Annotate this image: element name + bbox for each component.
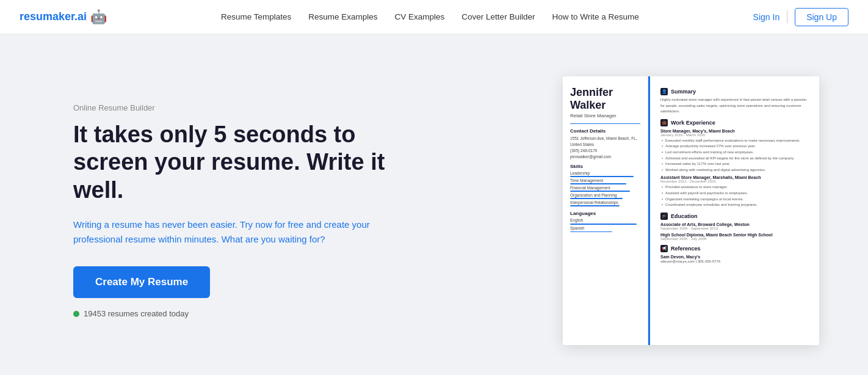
edu-degree: High School Diploma, Miami Beach Senior … [660, 233, 812, 237]
skill-bar [570, 191, 630, 192]
resume-name: JenniferWalker [570, 86, 640, 111]
skill-label: Leadership [570, 171, 640, 175]
resume-reference-item: Sam Devon, Macy's sdevon@macys.com | 305… [660, 255, 812, 265]
resume-language-item: Spanish [570, 226, 640, 233]
resume-accent-bar [648, 76, 650, 345]
resumes-count-text: 19453 resumes created today [84, 309, 189, 318]
job-dates: January 2016 - March 2020 [660, 133, 812, 137]
summary-title: Summary [671, 89, 696, 95]
language-label: English [570, 218, 640, 222]
resume-role: Retail Store Manager [570, 113, 640, 118]
job-dates: November 2013 - December 2020 [660, 180, 812, 183]
resume-jobs: Store Manager, Macy's, Miami Beach Janua… [660, 129, 812, 208]
resume-right-col: 👤 Summary Highly motivated store manager… [648, 76, 819, 345]
resume-languages: English Spanish [570, 218, 640, 232]
resume-education-item: High School Diploma, Miami Beach Senior … [660, 233, 812, 241]
work-icon: 💼 [660, 119, 668, 126]
nav-cover-letter-builder[interactable]: Cover Letter Builder [461, 12, 535, 21]
sign-in-link[interactable]: Sign In [753, 12, 780, 22]
resume-contact-label: Contact Details [570, 128, 640, 134]
language-label: Spanish [570, 226, 640, 230]
navbar-actions: Sign In Sign Up [753, 8, 848, 26]
ref-name: Sam Devon, Macy's [660, 255, 812, 259]
skill-bar [570, 198, 623, 199]
education-title: Education [671, 213, 698, 219]
resume-summary-text: Highly motivated store manager with expe… [660, 97, 812, 115]
resume-references: Sam Devon, Macy's sdevon@macys.com | 305… [660, 255, 812, 265]
references-title: References [671, 246, 701, 252]
language-bar [570, 224, 637, 225]
resume-skills: Leadership Time Management Financial Man… [570, 171, 640, 206]
hero-subtitle: Online Resume Builder [73, 103, 391, 112]
resume-phone: (305) 248-0170 [570, 148, 640, 154]
logo-text: resumaker.ai [20, 10, 87, 23]
resume-left-col: JenniferWalker Retail Store Manager Cont… [563, 76, 648, 345]
hero-title: It takes only 5 seconds to screen your r… [73, 121, 391, 205]
language-bar [570, 231, 612, 233]
create-resume-button[interactable]: Create My Resume [73, 266, 210, 298]
resume-divider-1 [570, 123, 640, 124]
resume-languages-label: Languages [570, 211, 640, 216]
resume-skill-item: Time Management [570, 178, 640, 184]
resume-education-item: Associate of Arts, Broward College, West… [660, 222, 812, 230]
skill-label: Financial Management [570, 186, 640, 190]
skill-bar [570, 205, 620, 206]
edu-degree: Associate of Arts, Broward College, West… [660, 222, 812, 227]
hero-content: Online Resume Builder It takes only 5 se… [73, 103, 391, 319]
edu-dates: September 2005 - July 2009 [660, 237, 812, 241]
resume-education-header: 🎓 Education [660, 213, 812, 220]
ref-contact: sdevon@macys.com | 305-259-5776 [660, 259, 812, 265]
resume-skill-item: Financial Management [570, 186, 640, 192]
resume-skill-item: Interpersonal Relationships [570, 200, 640, 206]
resume-skills-label: Skills [570, 164, 640, 169]
logo-icon: 🤖 [90, 9, 107, 25]
job-title: Store Manager, Macy's, Miami Beach [660, 129, 812, 133]
job-bullet: Provided assistance to store manager. [660, 184, 812, 191]
nav-resume-templates[interactable]: Resume Templates [221, 12, 291, 21]
summary-icon: 👤 [660, 88, 668, 95]
nav-cv-examples[interactable]: CV Examples [395, 12, 445, 21]
job-bullet: Worked along with marketing and digital … [660, 167, 812, 173]
skill-label: Interpersonal Relationships [570, 200, 640, 205]
job-bullet: Organized marketing campaigns at local e… [660, 197, 812, 203]
resume-references-header: 📢 References [660, 245, 812, 252]
resume-summary-header: 👤 Summary [660, 88, 812, 95]
references-icon: 📢 [660, 245, 668, 252]
navbar: resumaker.ai 🤖 Resume Templates Resume E… [0, 0, 868, 34]
resume-card: JenniferWalker Retail Store Manager Cont… [563, 76, 819, 345]
nav-how-to-write[interactable]: How to Write a Resume [552, 12, 638, 21]
job-title: Assistant Store Manager, Marshalls, Miam… [660, 175, 812, 180]
work-title: Work Experience [671, 120, 715, 126]
resume-education: Associate of Arts, Broward College, West… [660, 222, 812, 241]
resume-email: jennwalker@gmail.com [570, 154, 640, 160]
skill-label: Organization and Planning [570, 193, 640, 197]
education-icon: 🎓 [660, 213, 668, 220]
job-bullet: Assisted with payroll and paychecks to e… [660, 191, 812, 197]
edu-dates: September 2009 - September 2013 [660, 227, 812, 230]
job-bullet: Led recruitment efforts and training of … [660, 150, 812, 156]
job-bullet: Achieved and exceeded all KPI targets fo… [660, 156, 812, 162]
resume-job-item: Store Manager, Macy's, Miami Beach Janua… [660, 129, 812, 173]
job-bullet: Average productivity increased 27% over … [660, 144, 812, 150]
hero-section: Online Resume Builder It takes only 5 se… [0, 34, 868, 375]
green-dot-icon [73, 311, 79, 317]
resume-work-header: 💼 Work Experience [660, 119, 812, 126]
resume-language-item: English [570, 218, 640, 225]
job-bullet: Coordinated employee schedules and train… [660, 202, 812, 208]
skill-label: Time Management [570, 178, 640, 183]
skill-bar [570, 183, 626, 184]
resume-preview: JenniferWalker Retail Store Manager Cont… [563, 76, 819, 345]
nav-links: Resume Templates Resume Examples CV Exam… [221, 12, 639, 21]
resume-skill-item: Leadership [570, 171, 640, 177]
logo[interactable]: resumaker.ai 🤖 [20, 9, 107, 25]
hero-desc-highlight: What are you waiting for? [222, 234, 325, 244]
resume-address: 1551 Jefferson Ave, Miami Beach, FL, Uni… [570, 136, 640, 148]
sign-up-button[interactable]: Sign Up [795, 8, 848, 26]
nav-resume-examples[interactable]: Resume Examples [308, 12, 377, 21]
resumes-count: 19453 resumes created today [73, 309, 391, 318]
resume-skill-item: Organization and Planning [570, 193, 640, 199]
job-bullet: Executed monthly staff performance evalu… [660, 138, 812, 144]
skill-bar [570, 176, 634, 177]
resume-job-item: Assistant Store Manager, Marshalls, Miam… [660, 175, 812, 208]
hero-description: Writing a resume has never been easier. … [73, 217, 391, 247]
